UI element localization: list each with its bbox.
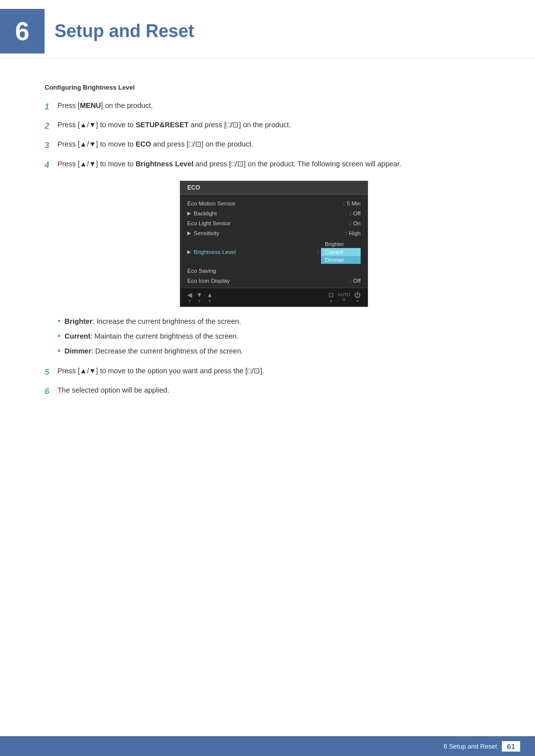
screen-bottom-bar: ◀ ▼ ▼ ▼ ▲ ▼ ⊡ xyxy=(180,288,368,306)
bottom-icon-down: ▼ ▼ xyxy=(196,291,203,303)
page-header: 6 Setup and Reset xyxy=(0,0,535,59)
step-1: 1 Press [MENU] on the product. xyxy=(45,100,490,113)
screen-body: Eco Motion Sensor : 5 Min ▶Backlight : O… xyxy=(180,195,368,306)
screen-row-brightness: ▶Brightness Level : Brighter Current Dim… xyxy=(180,238,368,266)
screen-mockup: ECO Eco Motion Sensor : 5 Min ▶Backlight… xyxy=(180,181,368,307)
bullet-dot-2: • xyxy=(57,331,60,342)
bullet-list: • Brighter: Increase the current brightn… xyxy=(57,316,490,357)
section-title: Configuring Brightness Level xyxy=(45,84,490,91)
bullet-text-dimmer: Dimmer: Decrease the current brightness … xyxy=(64,346,490,357)
row-label-eco-light: Eco Light Sensor xyxy=(187,220,349,226)
left-arrow-label: ▼ xyxy=(188,299,192,303)
row-label-backlight: ▶Backlight xyxy=(187,210,350,216)
up-arrow-icon: ▲ xyxy=(207,291,213,299)
monitor-label: ▼ xyxy=(329,299,333,303)
row-label-eco-saving: Eco Saving xyxy=(187,268,361,274)
step-2: 2 Press [▲/▼] to move to SETUP&RESET and… xyxy=(45,119,490,133)
power-arrow: ▼ xyxy=(356,299,360,303)
footer-page-number: 61 xyxy=(502,741,520,752)
bottom-icon-up: ▲ ▼ xyxy=(207,291,213,303)
screen-row-eco-saving: Eco Saving xyxy=(180,266,368,276)
arrow-backlight: ▶ xyxy=(187,210,191,216)
auto-label: AUTO xyxy=(338,292,350,297)
arrow-brightness: ▶ xyxy=(187,249,191,254)
step-4: 4 Press [▲/▼] to move to Brightness Leve… xyxy=(45,158,490,172)
screen-row-eco-motion: Eco Motion Sensor : 5 Min xyxy=(180,199,368,208)
bullet-dot-3: • xyxy=(57,346,60,357)
chapter-number: 6 xyxy=(15,18,30,44)
bottom-icon-left: ◀ ▼ xyxy=(187,291,192,303)
left-arrow-icon: ◀ xyxy=(187,291,192,299)
step-5: 5 Press [▲/▼] to move to the option you … xyxy=(45,365,490,379)
page-footer: 6 Setup and Reset 61 xyxy=(0,736,535,756)
bullet-dot-1: • xyxy=(57,316,60,327)
screen-row-backlight: ▶Backlight : Off xyxy=(180,208,368,218)
row-label-eco-icon: Eco Icon Display xyxy=(187,278,350,284)
bottom-icon-monitor: ⊡ ▼ xyxy=(328,291,334,303)
step-3: 3 Press [▲/▼] to move to ECO and press [… xyxy=(45,139,490,152)
steps-list-2: 5 Press [▲/▼] to move to the option you … xyxy=(45,365,490,398)
brightness-option-brighter: Brighter xyxy=(321,240,361,248)
row-label-brightness: ▶Brightness Level xyxy=(187,249,318,255)
chapter-title: Setup and Reset xyxy=(54,21,194,42)
bottom-icons-right: ⊡ ▼ AUTO ▼ ⏻ ▼ xyxy=(328,291,361,303)
screen-row-sensitivity: ▶Sensitivity : High xyxy=(180,228,368,238)
bullet-current: • Current: Maintain the current brightne… xyxy=(57,331,490,343)
step-text-3: Press [▲/▼] to move to ECO and press [□/… xyxy=(57,139,490,151)
screen-row-eco-light: Eco Light Sensor : On xyxy=(180,218,368,228)
step-text-1: Press [MENU] on the product. xyxy=(57,100,490,112)
step-number-5: 5 xyxy=(45,365,57,379)
step-number-2: 2 xyxy=(45,119,57,133)
screen-container: ECO Eco Motion Sensor : 5 Min ▶Backlight… xyxy=(57,181,490,307)
chapter-number-block: 6 xyxy=(0,9,45,53)
row-label-sensitivity: ▶Sensitivity xyxy=(187,230,345,236)
bottom-icon-power: ⏻ ▼ xyxy=(354,291,361,303)
row-value-sensitivity: High xyxy=(349,230,361,236)
bullet-text-current: Current: Maintain the current brightness… xyxy=(64,331,490,343)
arrow-sensitivity: ▶ xyxy=(187,230,191,236)
step-number-4: 4 xyxy=(45,158,57,172)
row-value-eco-icon: Off xyxy=(353,278,361,284)
step-text-5: Press [▲/▼] to move to the option you wa… xyxy=(57,365,490,377)
down-arrow-icon: ▼ xyxy=(196,291,203,299)
bullet-text-brighter: Brighter: Increase the current brightnes… xyxy=(64,316,490,328)
monitor-icon: ⊡ xyxy=(328,291,334,299)
screen-title: ECO xyxy=(180,181,368,195)
brightness-dropdown: Brighter Current Dimmer xyxy=(321,240,361,264)
screen-row-eco-icon: Eco Icon Display : Off xyxy=(180,276,368,286)
bottom-icon-auto: AUTO ▼ xyxy=(338,292,350,302)
down-arrow-label: ▼ xyxy=(197,299,201,303)
power-icon: ⏻ xyxy=(354,291,361,299)
brightness-option-dimmer: Dimmer xyxy=(321,256,361,264)
up-arrow-label: ▼ xyxy=(208,299,212,303)
steps-list: 1 Press [MENU] on the product. 2 Press [… xyxy=(45,100,490,172)
step-text-6: The selected option will be applied. xyxy=(57,385,490,397)
step-number-6: 6 xyxy=(45,385,57,398)
step-text-4: Press [▲/▼] to move to Brightness Level … xyxy=(57,158,490,170)
step-text-2: Press [▲/▼] to move to SETUP&RESET and p… xyxy=(57,119,490,131)
bullet-dimmer: • Dimmer: Decrease the current brightnes… xyxy=(57,346,490,357)
bottom-icons-left: ◀ ▼ ▼ ▼ ▲ ▼ xyxy=(187,291,213,303)
footer-text: 6 Setup and Reset xyxy=(444,743,497,750)
step-6: 6 The selected option will be applied. xyxy=(45,385,490,398)
row-label-eco-motion: Eco Motion Sensor xyxy=(187,201,343,206)
step-number-3: 3 xyxy=(45,139,57,152)
row-value-backlight: Off xyxy=(353,210,361,216)
bullet-brighter: • Brighter: Increase the current brightn… xyxy=(57,316,490,328)
step-number-1: 1 xyxy=(45,100,57,113)
auto-arrow: ▼ xyxy=(342,298,346,302)
brightness-option-current: Current xyxy=(321,248,361,256)
row-value-eco-motion: 5 Min xyxy=(347,201,361,206)
main-content: Configuring Brightness Level 1 Press [ME… xyxy=(0,79,535,434)
row-value-eco-light: On xyxy=(353,220,361,226)
